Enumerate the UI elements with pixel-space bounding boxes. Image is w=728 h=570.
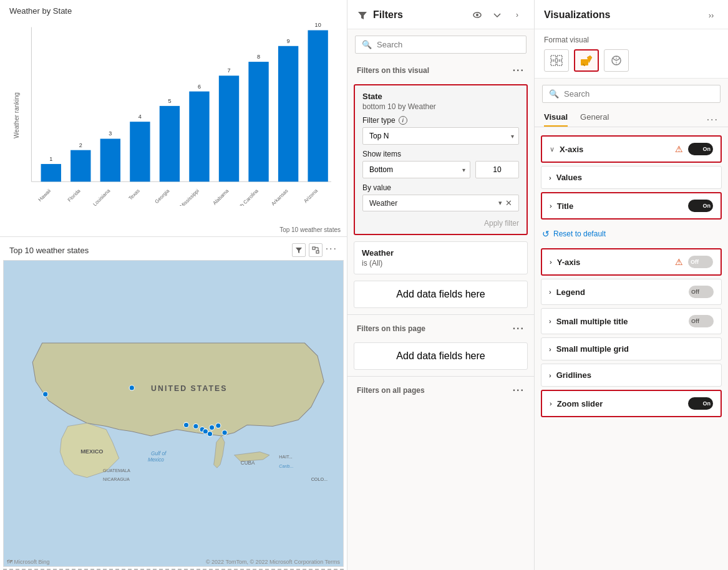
x-axis-toggle[interactable]: On xyxy=(688,143,713,155)
filters-eye-button[interactable] xyxy=(470,7,485,22)
y-axis-header[interactable]: › Y-axis ⚠ Off xyxy=(542,249,721,274)
small-multiple-title-section: › Small multiple title Off xyxy=(541,308,722,334)
title-title: Title xyxy=(557,201,574,211)
viz-sections: ∨ X-axis ⚠ On › Values xyxy=(535,127,728,570)
svg-rect-34 xyxy=(316,251,319,253)
filters-expand-button[interactable] xyxy=(490,7,505,22)
filters-on-page-more[interactable]: ··· xyxy=(513,323,525,334)
filter-type-select[interactable]: Top N Basic filtering Advanced filtering xyxy=(362,127,519,145)
filters-on-page-header: Filters on this page ··· xyxy=(347,318,534,339)
zoom-slider-toggle[interactable]: On xyxy=(688,397,713,410)
add-data-label-2: Add data fields here xyxy=(396,350,485,361)
svg-text:Florida: Florida xyxy=(67,188,82,203)
viz-icon-analytics[interactable] xyxy=(604,49,629,72)
small-multiple-grid-chevron: › xyxy=(549,345,551,353)
svg-rect-3 xyxy=(41,164,61,181)
x-axis-chevron: ∨ xyxy=(550,145,555,153)
svg-text:7: 7 xyxy=(227,67,230,74)
svg-point-57 xyxy=(129,385,134,390)
gridlines-chevron: › xyxy=(549,372,551,379)
svg-point-52 xyxy=(209,425,214,430)
legend-header[interactable]: › Legend Off xyxy=(541,279,721,304)
state-filter-card: State bottom 10 by Weather Filter type i… xyxy=(354,84,528,235)
zoom-slider-header[interactable]: › Zoom slider On xyxy=(542,391,721,416)
filters-chevron-right[interactable]: › xyxy=(510,7,525,22)
state-filter-title: State xyxy=(362,92,519,101)
values-header[interactable]: › Values xyxy=(541,167,721,188)
svg-text:Louisiana: Louisiana xyxy=(92,188,111,206)
filter-type-label: Filter type i xyxy=(362,116,519,125)
gridlines-title: Gridlines xyxy=(556,370,591,380)
x-axis-warning: ⚠ xyxy=(675,144,683,154)
svg-text:Arkansas: Arkansas xyxy=(270,188,289,206)
viz-icon-grid[interactable] xyxy=(544,49,569,72)
by-value-clear[interactable]: ✕ xyxy=(505,198,512,208)
small-multiple-grid-header[interactable]: › Small multiple grid xyxy=(541,338,721,360)
svg-text:CUBA: CUBA xyxy=(241,460,255,466)
svg-text:Alabama: Alabama xyxy=(212,188,230,206)
filter-type-info[interactable]: i xyxy=(399,116,407,125)
map-container: Top 10 weather states ··· xyxy=(0,237,347,569)
svg-rect-30 xyxy=(308,31,328,182)
small-multiple-title-left: › Small multiple title xyxy=(549,317,628,326)
y-axis-toggle[interactable]: Off xyxy=(688,256,713,268)
viz-search-box: 🔍 xyxy=(542,85,721,103)
x-axis-header[interactable]: ∨ X-axis ⚠ On xyxy=(542,137,721,162)
filters-on-all-pages-more[interactable]: ··· xyxy=(513,385,525,396)
zoom-slider-title: Zoom slider xyxy=(557,399,603,408)
svg-point-48 xyxy=(43,392,48,397)
map-title-row: Top 10 weather states ··· xyxy=(3,240,344,260)
filters-search-input[interactable] xyxy=(377,40,520,49)
x-axis-section: ∨ X-axis ⚠ On xyxy=(541,135,722,163)
svg-text:Texas: Texas xyxy=(128,188,141,201)
show-items-select[interactable]: Bottom Top xyxy=(362,161,470,178)
filters-on-page-label: Filters on this page xyxy=(357,324,425,333)
svg-text:8: 8 xyxy=(257,54,260,60)
title-header[interactable]: › Title On xyxy=(542,193,721,218)
tab-visual[interactable]: Visual xyxy=(544,112,568,127)
zoom-slider-right: On xyxy=(688,397,713,410)
reset-row[interactable]: ↺ Reset to default xyxy=(535,223,728,245)
add-data-card-2[interactable]: Add data fields here xyxy=(354,342,528,370)
svg-text:4: 4 xyxy=(138,114,142,120)
title-toggle[interactable]: On xyxy=(688,200,713,212)
y-axis-right: ⚠ Off xyxy=(675,256,713,268)
add-data-card-1[interactable]: Add data fields here xyxy=(354,281,528,308)
small-multiple-title-chevron: › xyxy=(549,317,551,325)
map-filter-button[interactable] xyxy=(292,243,306,257)
legend-header-left: › Legend xyxy=(549,287,585,297)
y-axis-warning: ⚠ xyxy=(675,257,683,267)
y-axis-title: Y-axis xyxy=(557,258,581,267)
viz-tabs: Visual General ··· xyxy=(535,109,728,127)
svg-point-59 xyxy=(476,14,478,16)
map-expand-button[interactable] xyxy=(309,243,323,257)
viz-tab-more[interactable]: ··· xyxy=(707,114,719,125)
filters-search-icon: 🔍 xyxy=(362,40,372,49)
viz-panel: Visualizations ›› Format visual xyxy=(535,0,728,570)
add-data-label-1: Add data fields here xyxy=(396,289,485,299)
viz-icon-format[interactable] xyxy=(574,49,599,72)
svg-rect-62 xyxy=(551,61,556,65)
viz-search-input[interactable] xyxy=(564,89,714,99)
svg-text:Hawaii: Hawaii xyxy=(37,188,52,203)
values-chevron: › xyxy=(549,174,551,181)
tab-general[interactable]: General xyxy=(580,112,609,127)
gridlines-header[interactable]: › Gridlines xyxy=(541,364,721,386)
show-items-number-input[interactable] xyxy=(475,161,519,178)
svg-rect-63 xyxy=(557,61,562,65)
svg-text:COLO...: COLO... xyxy=(311,477,328,482)
small-multiple-grid-text: Small multiple grid xyxy=(556,344,629,354)
legend-toggle[interactable]: Off xyxy=(689,286,714,298)
filters-on-visual-more[interactable]: ··· xyxy=(513,65,525,76)
svg-text:Carib...: Carib... xyxy=(279,464,293,469)
small-multiple-title-header[interactable]: › Small multiple title Off xyxy=(541,309,721,334)
show-items-label: Show items xyxy=(362,150,519,158)
weather-filter-subtitle: is (All) xyxy=(362,259,520,268)
values-section: › Values xyxy=(541,166,722,189)
filters-panel: Filters › 🔍 Filters on this visual ··· S… xyxy=(347,0,535,570)
apply-filter-button[interactable]: Apply filter xyxy=(362,216,519,228)
viz-expand-button[interactable]: ›› xyxy=(704,7,719,22)
map-more-button[interactable]: ··· xyxy=(326,243,337,257)
svg-text:Georgia: Georgia xyxy=(154,188,171,205)
small-multiple-title-toggle[interactable]: Off xyxy=(689,315,714,327)
